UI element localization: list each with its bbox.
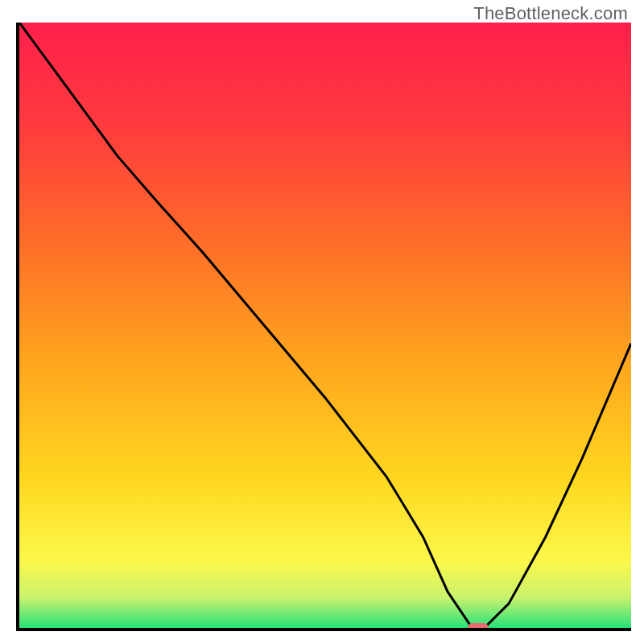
svg-rect-0 [19, 23, 631, 628]
watermark-text: TheBottleneck.com [473, 3, 628, 24]
plot-area [16, 23, 631, 631]
gradient-background [19, 23, 631, 628]
chart-container: TheBottleneck.com [0, 0, 644, 644]
optimum-marker [468, 623, 489, 631]
